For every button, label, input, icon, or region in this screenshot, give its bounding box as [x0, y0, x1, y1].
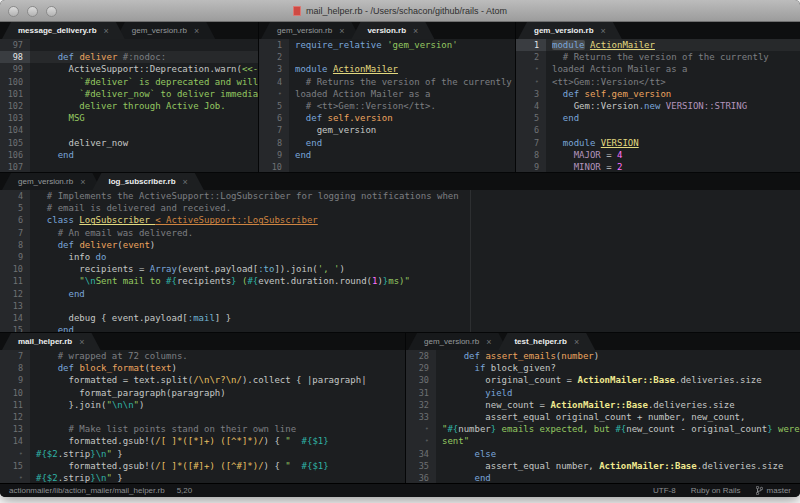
code-line[interactable]: 9 formatted = text.split(/\n\r?\n/).coll… — [0, 374, 405, 386]
code-line[interactable]: 101 `#deliver_now` to deliver immediatel… — [0, 88, 258, 100]
code-line[interactable]: 7 # wrapped at 72 columns. — [0, 350, 405, 362]
close-button[interactable] — [8, 6, 19, 17]
status-encoding[interactable]: UTF-8 — [653, 486, 676, 495]
code-line[interactable]: •#{$2.strip}\n" } — [0, 448, 405, 460]
tab-gem_version.rb[interactable]: gem_version.rb× — [408, 333, 507, 350]
tab-close-icon[interactable]: × — [574, 337, 579, 347]
tab-close-icon[interactable]: × — [194, 26, 199, 36]
code-line[interactable]: •sent" — [406, 435, 800, 447]
code-line[interactable]: 10 format_paragraph(paragraph) — [0, 387, 405, 399]
code-line[interactable]: 5 end — [516, 112, 800, 124]
code-line[interactable]: 4 # Implements the ActiveSupport::LogSub… — [0, 190, 800, 202]
tab-close-icon[interactable]: × — [601, 26, 606, 36]
editor[interactable]: 28 def assert_emails(number)29 if block_… — [406, 350, 800, 483]
code-line[interactable]: 28 def assert_emails(number) — [406, 350, 800, 362]
code-line[interactable]: 105 deliver_now — [0, 137, 258, 149]
zoom-button[interactable] — [46, 6, 57, 17]
code-line[interactable]: 35 assert_equal number, ActionMailer::Ba… — [406, 460, 800, 472]
tab-close-icon[interactable]: × — [104, 26, 109, 36]
code-line[interactable]: •loaded Action Mailer as a — [259, 88, 515, 100]
code-line[interactable]: 7 module VERSION — [516, 137, 800, 149]
code-line[interactable]: 34 else — [406, 448, 800, 460]
code-line[interactable]: 1require_relative 'gem_version' — [259, 39, 515, 51]
code-line[interactable]: 5 # email is delivered and received. — [0, 202, 800, 214]
tab-close-icon[interactable]: × — [339, 26, 344, 36]
editor[interactable]: 7 # wrapped at 72 columns.8 def block_fo… — [0, 350, 405, 483]
tab-gem_version.rb[interactable]: gem_version.rb× — [518, 22, 622, 39]
code-line[interactable]: 13 # Make list points stand on their own… — [0, 423, 405, 435]
title-bar[interactable]: mail_helper.rb - /Users/schacon/github/r… — [0, 0, 800, 22]
code-line[interactable]: 10 recipients = Array(event.payload[:to]… — [0, 263, 800, 275]
editor[interactable]: 9798 def deliver #:nodoc:99 ActiveSuppor… — [0, 39, 258, 172]
code-line[interactable]: •loaded Action Mailer as a — [516, 63, 800, 75]
code-line[interactable]: 3module ActionMailer — [259, 63, 515, 75]
code-line[interactable]: 4 # Returns the version of the currently — [259, 76, 515, 88]
tab-test_helper.rb[interactable]: test_helper.rb× — [498, 333, 595, 350]
status-cursor-position[interactable]: 5,20 — [177, 486, 193, 495]
code-line[interactable]: 102 deliver through Active Job. — [0, 100, 258, 112]
code-line[interactable]: •"#{number} emails expected, but #{new_c… — [406, 423, 800, 435]
tab-gem_version.rb[interactable]: gem_version.rb× — [2, 173, 101, 190]
code-line[interactable]: 31 yield — [406, 387, 800, 399]
code-line[interactable]: 11 }.join("\n\n") — [0, 399, 405, 411]
code-line[interactable]: 33 assert_equal original_count + number,… — [406, 411, 800, 423]
tab-close-icon[interactable]: × — [486, 337, 491, 347]
editor[interactable]: 1module ActionMailer2 # Returns the vers… — [516, 39, 800, 172]
code-line[interactable]: 32 new_count = ActionMailer::Base.delive… — [406, 399, 800, 411]
code-line[interactable]: 29 if block_given? — [406, 362, 800, 374]
tab-close-icon[interactable]: × — [79, 337, 84, 347]
code-line[interactable]: 107 — [0, 161, 258, 172]
code-line[interactable]: 4 Gem::Version.new VERSION::STRING — [516, 100, 800, 112]
code-line[interactable]: 5 # <tt>Gem::Version</tt>. — [259, 100, 515, 112]
code-line[interactable]: 14 debug { event.payload[:mail] } — [0, 312, 800, 324]
code-line[interactable]: 12 end — [0, 288, 800, 300]
minimize-button[interactable] — [27, 6, 38, 17]
code-line[interactable]: •#{$2.strip}\n" } — [0, 472, 405, 483]
code-line[interactable]: 11 "\nSent mail to #{recipients} (#{even… — [0, 275, 800, 287]
code-line[interactable]: 14 formatted.gsub!(/[ ]*([*]+) ([^*]*)/)… — [0, 435, 405, 447]
tab-version.rb[interactable]: version.rb× — [351, 22, 434, 39]
code-line[interactable]: 7 gem_version — [259, 124, 515, 136]
code-line[interactable]: 104 — [0, 124, 258, 136]
code-line[interactable]: 6 — [516, 124, 800, 136]
code-line[interactable]: 6 def self.version — [259, 112, 515, 124]
code-line[interactable]: 13 — [0, 300, 800, 312]
code-line[interactable]: 8 def deliver(event) — [0, 239, 800, 251]
code-line[interactable]: 106 end — [0, 149, 258, 161]
code-line[interactable]: 103 MSG — [0, 112, 258, 124]
code-line[interactable]: 12 — [0, 411, 405, 423]
code-line[interactable]: 10 — [259, 161, 515, 172]
code-line[interactable]: 9end — [259, 149, 515, 161]
code-line[interactable]: 6 class LogSubscriber < ActiveSupport::L… — [0, 214, 800, 226]
code-line[interactable]: 97 — [0, 39, 258, 51]
code-line[interactable]: 2 # Returns the version of the currently — [516, 51, 800, 63]
code-line[interactable]: 98 def deliver #:nodoc: — [0, 51, 258, 63]
status-grammar[interactable]: Ruby on Rails — [691, 486, 741, 495]
tab-gem_version.rb[interactable]: gem_version.rb× — [261, 22, 360, 39]
tab-message_delivery.rb[interactable]: message_delivery.rb× — [2, 22, 125, 39]
code-line[interactable]: •<tt>Gem::Version</tt> — [516, 76, 800, 88]
code-line[interactable]: 99 ActiveSupport::Deprecation.warn(<<-MS… — [0, 63, 258, 75]
tab-close-icon[interactable]: × — [80, 177, 85, 187]
code-line[interactable]: 15 end — [0, 324, 800, 332]
code-line[interactable]: 8 MAJOR = 4 — [516, 149, 800, 161]
code-line[interactable]: 36 end — [406, 472, 800, 483]
tab-close-icon[interactable]: × — [183, 177, 188, 187]
code-line[interactable]: 1module ActionMailer — [516, 39, 800, 51]
code-line[interactable]: 9 MINOR = 2 — [516, 161, 800, 172]
code-line[interactable]: 8 end — [259, 137, 515, 149]
code-line[interactable]: 9 info do — [0, 251, 800, 263]
editor[interactable]: 4 # Implements the ActiveSupport::LogSub… — [0, 190, 800, 332]
code-line[interactable]: 2 — [259, 51, 515, 63]
code-line[interactable]: 100 `#deliver` is deprecated and will be… — [0, 76, 258, 88]
code-line[interactable]: 3 def self.gem_version — [516, 88, 800, 100]
tab-log_subscriber.rb[interactable]: log_subscriber.rb× — [92, 173, 203, 190]
code-line[interactable]: 30 original_count = ActionMailer::Base.d… — [406, 374, 800, 386]
status-git-branch[interactable]: master — [756, 486, 791, 495]
tab-mail_helper.rb[interactable]: mail_helper.rb× — [2, 333, 101, 350]
tab-gem_version.rb[interactable]: gem_version.rb× — [116, 22, 215, 39]
tab-close-icon[interactable]: × — [413, 26, 418, 36]
code-line[interactable]: 15 formatted.gsub!(/[ ]*([#]+) ([^#]*)/)… — [0, 460, 405, 472]
code-line[interactable]: 8 def block_format(text) — [0, 362, 405, 374]
code-line[interactable]: 7 # An email was delivered. — [0, 227, 800, 239]
